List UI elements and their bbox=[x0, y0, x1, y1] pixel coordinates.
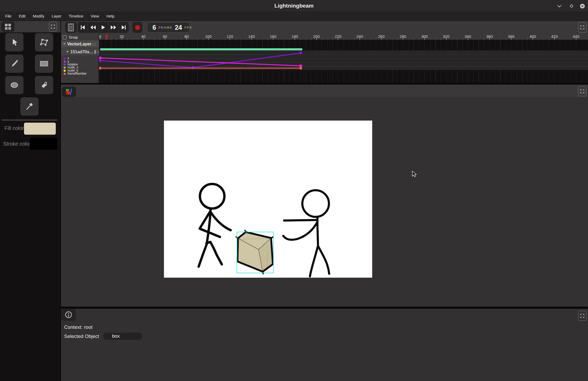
transport-display[interactable]: 6 FRAME 24 FPS bbox=[147, 22, 190, 33]
record-button[interactable] bbox=[132, 22, 142, 33]
maximize-button[interactable] bbox=[569, 3, 574, 9]
keyframe-x[interactable] bbox=[299, 52, 302, 55]
info-tab[interactable] bbox=[61, 309, 76, 321]
property-label: frameNumber bbox=[68, 72, 87, 75]
scene-tab[interactable] bbox=[62, 87, 76, 97]
keyframe-x[interactable] bbox=[99, 59, 102, 62]
property-color-dot bbox=[64, 63, 66, 66]
selected-object-row: Selected Object box bbox=[64, 334, 99, 339]
ellipse-icon bbox=[10, 81, 19, 89]
fill-swatch[interactable] bbox=[24, 123, 56, 135]
transform-tool-button[interactable] bbox=[35, 33, 53, 51]
property-row-y[interactable]: y bbox=[61, 60, 99, 63]
property-row-frameNumber[interactable]: frameNumber bbox=[61, 72, 99, 75]
timeline-panel: 6 FRAME 24 FPS Snap VectorLayer [L] 151a… bbox=[61, 21, 588, 83]
property-row-x[interactable]: x bbox=[61, 57, 99, 60]
menu-item-file[interactable]: File bbox=[2, 11, 15, 21]
layer-row-vectorlayer[interactable]: VectorLayer [L] bbox=[61, 40, 99, 47]
ruler-tick bbox=[532, 38, 533, 40]
pencil-icon bbox=[10, 59, 19, 68]
timeline-expand-button[interactable] bbox=[578, 22, 586, 33]
fps-value: 24 bbox=[175, 24, 182, 31]
fill-color-label: Fill color: bbox=[4, 125, 25, 131]
canvas-expand-button[interactable] bbox=[578, 86, 586, 96]
timeline-toolbar: 6 FRAME 24 FPS bbox=[61, 21, 588, 34]
playback-controls bbox=[78, 22, 129, 33]
chevron-down-icon bbox=[557, 5, 562, 8]
ruler-tick bbox=[446, 38, 446, 40]
keyframe-y[interactable] bbox=[99, 57, 102, 59]
property-color-dot bbox=[64, 67, 66, 69]
property-color-dot bbox=[64, 70, 66, 72]
menu-item-edit[interactable]: Edit bbox=[15, 11, 29, 21]
window-title: Lightningbeam bbox=[0, 0, 588, 11]
inspector-expand-button[interactable] bbox=[578, 311, 586, 321]
layer-span-bar[interactable] bbox=[100, 48, 302, 50]
property-row-scale_x[interactable]: scale_x bbox=[61, 66, 99, 69]
paint-bucket-icon bbox=[39, 80, 49, 90]
property-row-rotation[interactable]: rotation bbox=[61, 63, 99, 66]
menu-item-help[interactable]: Help bbox=[103, 11, 118, 21]
tools-panel-header bbox=[0, 21, 60, 32]
snap-row: Snap bbox=[61, 34, 99, 40]
timeline-track-sidebar: Snap VectorLayer [L] 151ad70a… ~ xyrotat… bbox=[61, 34, 99, 83]
expand-icon bbox=[580, 313, 585, 318]
ruler-tick bbox=[338, 38, 338, 40]
curve-x bbox=[100, 53, 301, 68]
menu-item-layer[interactable]: Layer bbox=[48, 11, 65, 21]
fast-forward-button[interactable] bbox=[108, 22, 119, 33]
artboard[interactable] bbox=[164, 121, 372, 278]
menu-item-view[interactable]: View bbox=[87, 11, 103, 21]
rectangle-tool-button[interactable] bbox=[35, 55, 53, 73]
menu-item-timeline[interactable]: Timeline bbox=[65, 11, 87, 21]
paint-bucket-tool-button[interactable] bbox=[35, 76, 53, 94]
select-tool-button[interactable] bbox=[5, 33, 23, 51]
property-list: xyrotationscale_xscale_yframeNumber bbox=[61, 57, 99, 75]
transform-icon bbox=[39, 38, 49, 47]
diamond-icon bbox=[569, 4, 574, 8]
collapse-caret-icon[interactable] bbox=[66, 51, 69, 53]
frame-cells-strip[interactable] bbox=[99, 70, 588, 83]
playhead[interactable] bbox=[105, 34, 108, 40]
eyedropper-tool-button[interactable] bbox=[20, 97, 39, 116]
frame-value: 6 bbox=[152, 24, 156, 31]
cursor-icon bbox=[10, 38, 19, 47]
pencil-tool-button[interactable] bbox=[5, 55, 23, 73]
keyframe-frameNumber[interactable] bbox=[299, 67, 302, 70]
menu-item-modify[interactable]: Modify bbox=[29, 11, 48, 21]
selection-box[interactable] bbox=[237, 232, 274, 273]
play-button[interactable] bbox=[98, 22, 108, 33]
record-icon bbox=[135, 25, 140, 30]
mouse-cursor bbox=[411, 171, 418, 178]
skip-end-button[interactable] bbox=[119, 22, 129, 33]
skip-start-button[interactable] bbox=[78, 22, 88, 33]
selected-object-input[interactable]: box bbox=[103, 333, 142, 340]
timeline-ruler[interactable]: 0204060801001201401601802002202402602803… bbox=[99, 34, 588, 40]
close-button[interactable] bbox=[580, 3, 585, 9]
rectangle-icon bbox=[39, 60, 49, 67]
snap-checkbox[interactable] bbox=[63, 35, 67, 39]
minimize-button[interactable] bbox=[557, 3, 562, 9]
curve-panel[interactable] bbox=[99, 51, 588, 70]
ruler-tick bbox=[186, 38, 187, 40]
inspector-panel: Context: root Selected Object box bbox=[61, 309, 588, 381]
layer-color-toggle[interactable] bbox=[94, 50, 96, 54]
stick-figure-left bbox=[199, 184, 231, 267]
keyframe-x[interactable] bbox=[192, 66, 194, 69]
frame-label: FRAME bbox=[158, 26, 173, 29]
timeline-grid[interactable]: 0204060801001201401601802002202402602803… bbox=[99, 34, 588, 83]
ruler-tick bbox=[316, 38, 317, 40]
rewind-button[interactable] bbox=[88, 22, 98, 33]
property-color-dot bbox=[64, 57, 66, 59]
tools-expand-button[interactable] bbox=[49, 22, 57, 31]
layer-row-sublayer[interactable]: 151ad70a… ~ bbox=[61, 48, 99, 55]
ellipse-tool-button[interactable] bbox=[5, 76, 23, 94]
layer-tween-toggle[interactable]: ~ bbox=[97, 50, 99, 54]
collapse-caret-icon[interactable] bbox=[63, 43, 66, 45]
tools-tab[interactable] bbox=[1, 21, 15, 32]
ruler-tick bbox=[554, 38, 555, 40]
keyframe-frameNumber[interactable] bbox=[99, 67, 102, 70]
timeline-tab[interactable] bbox=[65, 22, 77, 33]
expand-icon bbox=[580, 89, 585, 94]
stroke-swatch[interactable] bbox=[30, 138, 57, 150]
